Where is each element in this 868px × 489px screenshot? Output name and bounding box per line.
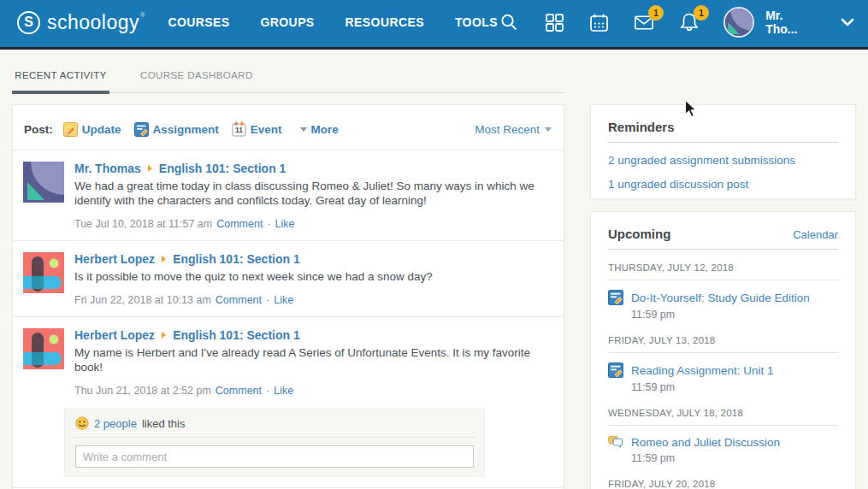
upcoming-event-link[interactable]: Reading Assignment: Unit 1 (631, 364, 774, 377)
post-text: Is it possible to move the quiz to next … (74, 269, 553, 284)
calendar-link[interactable]: Calendar (793, 228, 838, 241)
search-icon[interactable] (498, 11, 520, 33)
user-menu-name[interactable]: Mr. Tho... (765, 9, 818, 36)
primary-nav: COURSES GROUPS RESOURCES TOOLS (168, 15, 497, 29)
post-course-link[interactable]: English 101: Section 1 (173, 252, 300, 266)
discussion-icon (608, 435, 623, 449)
post-timestamp: Tue Jul 10, 2018 at 11:57 am (74, 218, 212, 230)
tab-course-dashboard[interactable]: COURSE DASHBOARD (140, 70, 253, 92)
liked-suffix: liked this (142, 417, 186, 430)
upcoming-date: WEDNESDAY, JULY 18, 2018 (608, 408, 838, 418)
calendar-icon[interactable] (588, 11, 610, 33)
assignment-icon (134, 122, 149, 137)
sort-most-recent-dropdown[interactable]: Most Recent (475, 123, 552, 136)
schoology-s-icon: S (17, 11, 40, 34)
assignment-icon (608, 290, 623, 305)
notifications-bell-icon[interactable]: 1 (678, 11, 700, 33)
divider (608, 142, 838, 143)
post-course-link[interactable]: English 101: Section 1 (173, 328, 300, 342)
post-update-button[interactable]: Update (63, 122, 121, 137)
avatar[interactable] (23, 328, 64, 369)
breadcrumb-arrow-icon (162, 256, 166, 262)
like-link[interactable]: Like (274, 385, 293, 397)
comment-link[interactable]: Comment (216, 294, 262, 306)
chevron-down-icon[interactable] (841, 18, 854, 27)
smiley-icon (75, 416, 89, 430)
schoology-window: S schoology® COURSES GROUPS RESOURCES TO… (0, 0, 868, 489)
upcoming-event: Reading Assignment: Unit 1 (608, 362, 838, 378)
post-author-link[interactable]: Herbert Lopez (74, 252, 155, 266)
brand-name: schoology® (47, 11, 145, 34)
post-text: We had a great time today in class discu… (74, 179, 553, 208)
top-navigation-bar: S schoology® COURSES GROUPS RESOURCES TO… (0, 0, 868, 50)
schoology-logo[interactable]: S schoology® (17, 11, 145, 34)
event-calendar-icon: 11 (232, 121, 246, 137)
messages-badge: 1 (648, 5, 664, 21)
divider (608, 425, 838, 426)
user-avatar[interactable] (723, 7, 754, 38)
assignment-icon (608, 362, 623, 378)
likes-and-comment-section: 2 people liked this (64, 409, 485, 477)
upcoming-date: FRIDAY, JULY 13, 2018 (608, 335, 838, 345)
avatar[interactable] (23, 252, 64, 293)
divider (608, 352, 838, 353)
activity-feed-card: Post: Update Assignment 11 (12, 104, 564, 489)
divider (608, 249, 838, 250)
breadcrumb-arrow-icon (148, 165, 152, 172)
messages-icon[interactable]: 1 (633, 11, 655, 33)
post-course-link[interactable]: English 101: Section 1 (159, 162, 286, 175)
notifications-badge: 1 (694, 5, 709, 21)
post-author-link[interactable]: Herbert Lopez (74, 328, 155, 342)
divider (74, 437, 475, 438)
like-link[interactable]: Like (274, 294, 293, 306)
upcoming-event-link[interactable]: Romeo and Juliet Discussion (631, 436, 780, 449)
registered-mark: ® (140, 11, 145, 19)
upcoming-event: Romeo and Juliet Discussion (608, 435, 838, 449)
liked-by-link[interactable]: 2 people (94, 417, 137, 430)
upcoming-event-time: 11:59 pm (631, 381, 838, 393)
update-note-icon (63, 122, 78, 137)
nav-groups[interactable]: GROUPS (261, 15, 315, 29)
app-grid-icon[interactable] (543, 11, 565, 33)
post-timestamp: Thu Jun 21, 2018 at 2:52 pm (74, 385, 211, 397)
comment-input[interactable] (75, 445, 474, 468)
more-caret-icon (300, 127, 307, 132)
upcoming-event-time: 11:59 pm (631, 452, 838, 464)
reminders-card: Reminders 2 ungraded assignment submissi… (590, 104, 856, 199)
post-more-button[interactable]: More (300, 123, 339, 136)
comment-link[interactable]: Comment (216, 385, 262, 397)
avatar[interactable] (23, 162, 64, 203)
upcoming-date: FRIDAY, JULY 20, 2018 (608, 479, 838, 489)
post-author-link[interactable]: Mr. Thomas (74, 162, 141, 175)
ungraded-discussion-link[interactable]: 1 ungraded discussion post (608, 178, 838, 191)
tab-recent-activity[interactable]: RECENT ACTIVITY (12, 70, 109, 94)
header-icon-group: 1 1 Mr. Tho... (498, 7, 854, 38)
nav-tools[interactable]: TOOLS (455, 15, 498, 29)
post-text: My name is Herbert and I've already read… (74, 345, 553, 374)
post-event-button[interactable]: 11 Event (232, 121, 282, 137)
nav-resources[interactable]: RESOURCES (345, 15, 424, 29)
post-timestamp: Fri Jun 22, 2018 at 10:13 am (74, 294, 211, 306)
upcoming-event-link[interactable]: Do-It-Yourself: Study Guide Edition (631, 292, 810, 304)
upcoming-event: Do-It-Yourself: Study Guide Edition (608, 290, 838, 305)
comment-link[interactable]: Comment (216, 218, 263, 230)
breadcrumb-arrow-icon (162, 332, 166, 339)
upcoming-event-time: 11:59 pm (631, 309, 838, 321)
upcoming-title: Upcoming (608, 227, 670, 241)
reminders-title: Reminders (608, 120, 838, 134)
post-assignment-button[interactable]: Assignment (134, 122, 219, 137)
feed-post: Herbert Lopez English 101: Section 1 Is … (13, 241, 564, 316)
ungraded-assignments-link[interactable]: 2 ungraded assignment submissions (608, 154, 838, 167)
like-link[interactable]: Like (275, 218, 295, 230)
nav-courses[interactable]: COURSES (168, 15, 229, 29)
feed-post: Mr. Thomas English 101: Section 1 We had… (13, 150, 564, 240)
post-toolbar: Post: Update Assignment 11 (13, 105, 564, 150)
feed-post: Herbert Lopez English 101: Section 1 My … (13, 317, 564, 397)
upcoming-date: THURSDAY, JULY 12, 2018 (608, 262, 838, 273)
svg-text:11: 11 (235, 126, 243, 134)
post-label: Post: (24, 123, 53, 136)
activity-tabs: RECENT ACTIVITY COURSE DASHBOARD (12, 70, 564, 93)
divider (608, 280, 838, 280)
upcoming-card: Upcoming Calendar THURSDAY, JULY 12, 201… (590, 211, 856, 489)
sort-caret-icon (545, 127, 552, 132)
